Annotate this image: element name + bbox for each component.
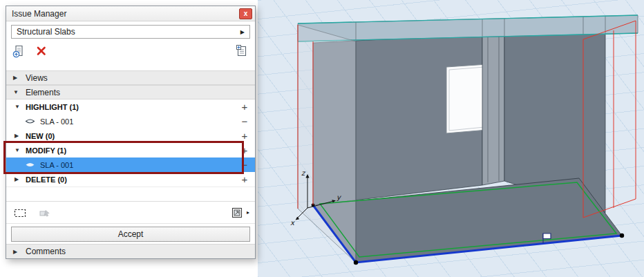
wall-column[interactable] <box>482 33 504 185</box>
element-row-sla-001-highlight[interactable]: SLA - 001 − <box>6 114 255 128</box>
new-issue-button[interactable] <box>11 43 28 59</box>
chevron-down-icon[interactable]: ▼ <box>15 147 21 153</box>
element-label: SLA - 001 <box>40 117 229 126</box>
group-label: NEW (0) <box>26 132 230 140</box>
3d-viewport[interactable]: z y x <box>258 0 644 277</box>
chevron-right-icon: ▶ <box>13 249 19 255</box>
issue-toolbar <box>6 41 255 61</box>
new-issue-icon <box>12 44 27 59</box>
slab-corner-node[interactable] <box>620 233 624 238</box>
remove-element-button[interactable]: − <box>234 157 255 172</box>
chevron-down-icon: ▼ <box>13 89 19 95</box>
organizer-group: ▸ <box>229 204 249 221</box>
slab-element-icon <box>25 161 35 169</box>
chevron-right-icon[interactable]: ▶ <box>15 133 21 139</box>
chevron-right-icon: ▶ <box>240 29 245 35</box>
issue-manager-window: Issue Manager x Structural Slabs ▶ <box>6 6 256 259</box>
group-row-modify[interactable]: ▼ MODIFY (1) + <box>6 143 255 157</box>
accept-button[interactable]: Accept <box>11 227 250 242</box>
near-left-wall-ghost[interactable] <box>298 25 356 262</box>
organizer-icon <box>229 205 245 220</box>
section-elements[interactable]: ▼ Elements <box>6 85 255 99</box>
show-in-organizer-button[interactable] <box>229 204 245 221</box>
add-elements-button[interactable]: + <box>234 143 255 157</box>
group-label: MODIFY (1) <box>26 146 230 155</box>
panel-spacer <box>6 187 255 201</box>
toolbar-gap <box>6 61 255 70</box>
window-opening[interactable] <box>446 64 487 133</box>
close-button[interactable]: x <box>239 8 252 19</box>
section-comments-label: Comments <box>26 247 66 256</box>
element-label: SLA - 001 <box>40 161 229 169</box>
issue-selector-value: Structural Slabs <box>17 27 240 37</box>
chevron-right-icon: ▶ <box>13 75 19 81</box>
issue-details-button[interactable] <box>234 43 250 59</box>
axis-label-x: x <box>290 219 295 227</box>
model <box>298 15 638 265</box>
chevron-down-icon[interactable]: ▼ <box>15 104 21 110</box>
group-row-delete[interactable]: ▶ DELETE (0) + <box>6 172 255 187</box>
group-label: DELETE (0) <box>26 175 230 184</box>
group-row-new[interactable]: ▶ NEW (0) + <box>6 128 255 143</box>
group-label: HIGHLIGHT (1) <box>26 103 230 111</box>
flyout-arrow-icon[interactable]: ▸ <box>247 209 249 216</box>
delete-issue-icon <box>34 44 49 59</box>
section-views-label: Views <box>26 73 48 83</box>
issue-details-icon <box>234 44 249 59</box>
delete-issue-button[interactable] <box>33 43 50 59</box>
titlebar[interactable]: Issue Manager x <box>6 6 255 21</box>
issue-selector[interactable]: Structural Slabs ▶ <box>11 25 250 39</box>
marquee-selection-button[interactable] <box>12 204 28 221</box>
group-row-highlight[interactable]: ▼ HIGHLIGHT (1) + <box>6 99 255 114</box>
add-elements-button[interactable]: + <box>234 172 255 187</box>
remove-element-button[interactable]: − <box>234 114 255 128</box>
accept-row: Accept <box>6 223 255 244</box>
3d-scene[interactable]: z y x <box>258 0 644 277</box>
add-elements-button[interactable]: + <box>234 128 255 143</box>
elements-list: ▼ HIGHLIGHT (1) + SLA - 001 − ▶ NEW (0) … <box>6 99 255 187</box>
section-views[interactable]: ▶ Views <box>6 70 255 85</box>
slab-element-icon <box>25 117 35 125</box>
slab-corner-node[interactable] <box>354 260 358 265</box>
element-row-sla-001-modify[interactable]: SLA - 001 − <box>6 157 255 172</box>
section-comments[interactable]: ▶ Comments <box>6 244 255 258</box>
add-selection-button-disabled[interactable] <box>37 204 53 221</box>
marquee-icon <box>12 205 28 220</box>
chevron-right-icon[interactable]: ▶ <box>15 176 21 182</box>
section-elements-label: Elements <box>26 88 60 97</box>
window-title: Issue Manager <box>12 9 239 19</box>
add-elements-button[interactable]: + <box>234 99 255 114</box>
add-selection-icon <box>37 205 53 220</box>
selection-toolbar: ▸ <box>6 201 255 223</box>
